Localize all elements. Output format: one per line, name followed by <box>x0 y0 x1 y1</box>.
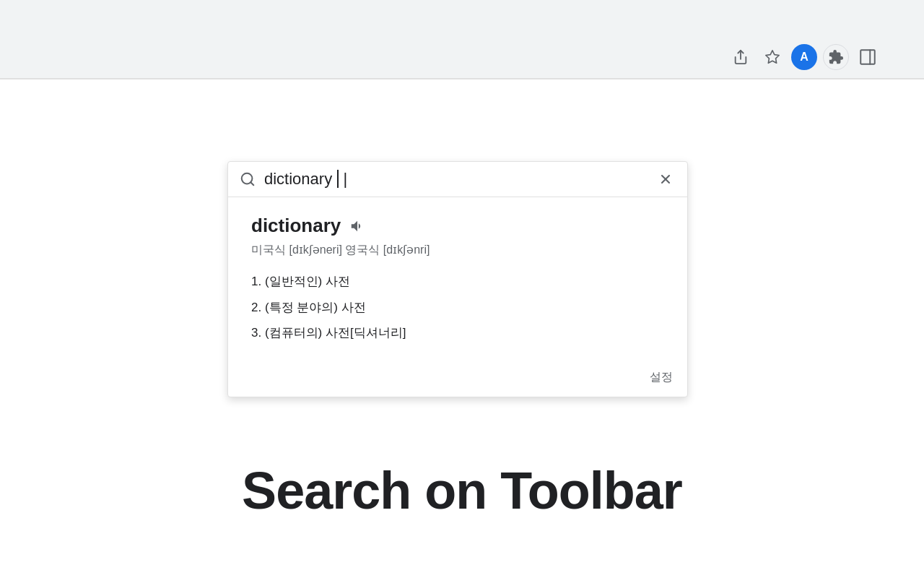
popup-footer: 설정 <box>228 364 687 397</box>
svg-line-5 <box>250 182 253 185</box>
dict-definition-3: 3. (컴퓨터의) 사전[딕셔너리] <box>251 324 664 342</box>
svg-marker-1 <box>766 51 779 63</box>
search-input-value: dictionary <box>264 170 332 188</box>
search-icon <box>240 171 256 187</box>
toolbar-divider <box>0 78 924 79</box>
search-input[interactable]: dictionary <box>264 170 647 189</box>
settings-link[interactable]: 설정 <box>650 370 673 385</box>
dict-word: dictionary <box>251 215 341 237</box>
translate-icon: A <box>800 51 808 64</box>
extensions-button[interactable] <box>823 44 849 70</box>
speaker-icon[interactable] <box>349 218 365 234</box>
sidebar-button[interactable] <box>855 44 881 70</box>
translate-button[interactable]: A <box>791 44 817 70</box>
browser-toolbar: A <box>0 0 924 79</box>
dict-definitions: 1. (일반적인) 사전 2. (특정 분야의) 사전 3. (컴퓨터의) 사전… <box>251 272 664 342</box>
dict-definition-2: 2. (특정 분야의) 사전 <box>251 298 664 317</box>
main-content: dictionary dictionary 미국식 [dɪkʃəneri] <box>0 79 924 578</box>
page-title: Search on Toolbar <box>0 461 924 520</box>
share-button[interactable] <box>728 44 754 70</box>
bookmark-button[interactable] <box>759 44 785 70</box>
search-popup: dictionary dictionary 미국식 [dɪkʃəneri] <box>227 161 688 397</box>
word-row: dictionary <box>251 215 664 237</box>
dict-phonetics: 미국식 [dɪkʃəneri] 영국식 [dɪkʃənri] <box>251 243 664 258</box>
dictionary-result: dictionary 미국식 [dɪkʃəneri] 영국식 [dɪkʃənri… <box>228 197 687 364</box>
svg-rect-2 <box>860 50 875 64</box>
clear-button[interactable] <box>655 169 676 189</box>
dict-definition-1: 1. (일반적인) 사전 <box>251 272 664 291</box>
search-bar: dictionary <box>228 162 687 197</box>
